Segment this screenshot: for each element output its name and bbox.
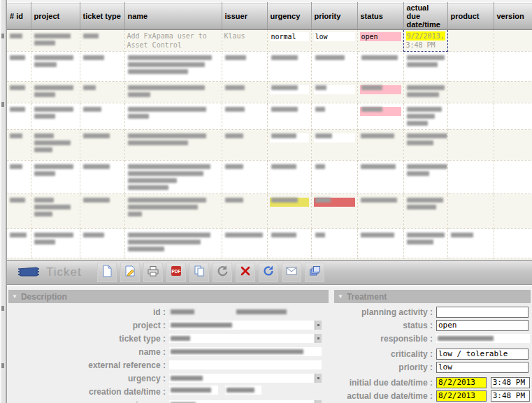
form-input[interactable]: low / tolerable <box>436 349 529 360</box>
value-box[interactable] <box>270 198 309 207</box>
cell-version[interactable] <box>494 103 532 130</box>
collapse-triangle-icon[interactable]: ▼ <box>12 293 17 300</box>
value-box[interactable]: open <box>360 32 401 41</box>
cell-priority[interactable]: low <box>311 30 357 52</box>
due-time-input[interactable]: 3:48 PM <box>491 377 530 388</box>
cell-name[interactable] <box>124 161 222 194</box>
section-header-description[interactable]: ▼ Description <box>8 290 329 303</box>
cell-status[interactable] <box>357 130 403 161</box>
cell-issuer[interactable]: Klaus <box>222 30 267 52</box>
cell-issuer[interactable] <box>222 103 267 130</box>
cell-version[interactable] <box>494 229 532 258</box>
toolbar-button-new-document[interactable] <box>97 263 117 282</box>
value-box[interactable] <box>270 85 309 94</box>
cell-product[interactable] <box>447 82 494 103</box>
table-row[interactable] <box>7 229 532 258</box>
value-box[interactable] <box>270 233 309 242</box>
cell-name[interactable] <box>124 130 222 161</box>
cell-project[interactable] <box>31 103 80 130</box>
cell-version[interactable] <box>494 161 532 194</box>
text-input[interactable] <box>169 360 322 369</box>
cell-product[interactable] <box>447 52 494 82</box>
cell-due[interactable] <box>403 161 447 194</box>
cell-type[interactable] <box>80 30 124 52</box>
cell-priority[interactable] <box>311 52 357 82</box>
cell-product[interactable] <box>447 194 494 229</box>
cell-name[interactable] <box>124 52 222 82</box>
value-box[interactable]: normal <box>270 32 309 41</box>
cell-product[interactable] <box>447 130 494 161</box>
cell-due[interactable] <box>403 52 447 82</box>
cell-issuer[interactable] <box>222 52 267 82</box>
cell-urgency[interactable] <box>267 103 311 130</box>
table-row[interactable] <box>7 161 532 194</box>
cell-urgency[interactable] <box>267 52 311 82</box>
cell-product[interactable] <box>447 229 494 258</box>
cell-status[interactable] <box>357 52 403 82</box>
toolbar-button-refresh[interactable] <box>259 263 278 282</box>
toolbar-button-duplicate-stack[interactable] <box>305 263 324 282</box>
column-header-type[interactable]: ticket type <box>80 3 124 30</box>
column-header-status[interactable]: status <box>357 3 403 30</box>
cell-version[interactable] <box>494 30 532 52</box>
cell-version[interactable] <box>494 82 532 103</box>
toolbar-button-edit-save[interactable] <box>120 263 140 282</box>
cell-type[interactable] <box>80 82 124 103</box>
cell-issuer[interactable] <box>222 229 267 258</box>
dropdown-button[interactable] <box>315 400 322 403</box>
value-box[interactable] <box>360 85 401 94</box>
cell-id[interactable] <box>7 194 31 229</box>
cell-priority[interactable] <box>311 229 357 258</box>
cell-name[interactable] <box>124 103 222 130</box>
splitter-handle[interactable] <box>0 0 7 403</box>
form-input[interactable]: open <box>436 320 529 331</box>
cell-urgency[interactable] <box>267 130 311 161</box>
cell-urgency[interactable] <box>267 194 311 229</box>
value-box[interactable] <box>314 233 355 242</box>
cell-urgency[interactable] <box>267 229 311 258</box>
cell-status[interactable]: open <box>357 30 403 52</box>
cell-version[interactable] <box>494 130 532 161</box>
column-header-priority[interactable]: priority <box>311 3 357 30</box>
cell-id[interactable] <box>7 161 31 194</box>
table-row[interactable] <box>7 103 532 130</box>
cell-issuer[interactable] <box>222 82 267 103</box>
toolbar-button-email[interactable] <box>282 263 301 282</box>
cell-urgency[interactable] <box>267 82 311 103</box>
cell-id[interactable] <box>7 52 31 82</box>
text-input[interactable] <box>169 334 322 343</box>
cell-name[interactable] <box>124 82 222 103</box>
cell-project[interactable] <box>31 161 80 194</box>
dropdown-button[interactable] <box>315 374 322 383</box>
text-input[interactable] <box>169 386 218 395</box>
text-input[interactable] <box>225 386 261 395</box>
cell-due[interactable] <box>403 103 447 130</box>
value-box[interactable] <box>314 107 355 116</box>
cell-id[interactable] <box>7 82 31 103</box>
cell-issuer[interactable] <box>222 161 267 194</box>
due-date-input[interactable]: 8/2/2013 <box>436 390 487 402</box>
toolbar-button-copy[interactable] <box>189 263 209 282</box>
cell-status[interactable] <box>357 229 403 258</box>
cell-issuer[interactable] <box>222 194 267 229</box>
value-box[interactable] <box>360 107 401 116</box>
cell-type[interactable] <box>80 130 124 161</box>
cell-product[interactable] <box>447 30 494 52</box>
text-input[interactable] <box>169 374 322 383</box>
toolbar-button-delete[interactable] <box>236 263 255 282</box>
toolbar-button-undo[interactable] <box>213 263 232 282</box>
cell-id[interactable] <box>7 103 31 130</box>
cell-project[interactable] <box>31 130 80 161</box>
dropdown-button[interactable] <box>315 334 322 343</box>
column-header-issuer[interactable]: issuer <box>222 3 267 30</box>
cell-urgency[interactable]: normal <box>267 30 311 52</box>
column-header-id[interactable]: # id <box>7 3 31 30</box>
table-row[interactable] <box>7 82 532 103</box>
cell-status[interactable] <box>357 103 403 130</box>
cell-due[interactable]: 9/2/2013,3:48 PM <box>403 30 447 52</box>
cell-issuer[interactable] <box>222 130 267 161</box>
cell-priority[interactable] <box>311 161 357 194</box>
cell-status[interactable] <box>357 82 403 103</box>
table-row[interactable] <box>7 194 532 229</box>
value-box[interactable] <box>314 85 355 94</box>
